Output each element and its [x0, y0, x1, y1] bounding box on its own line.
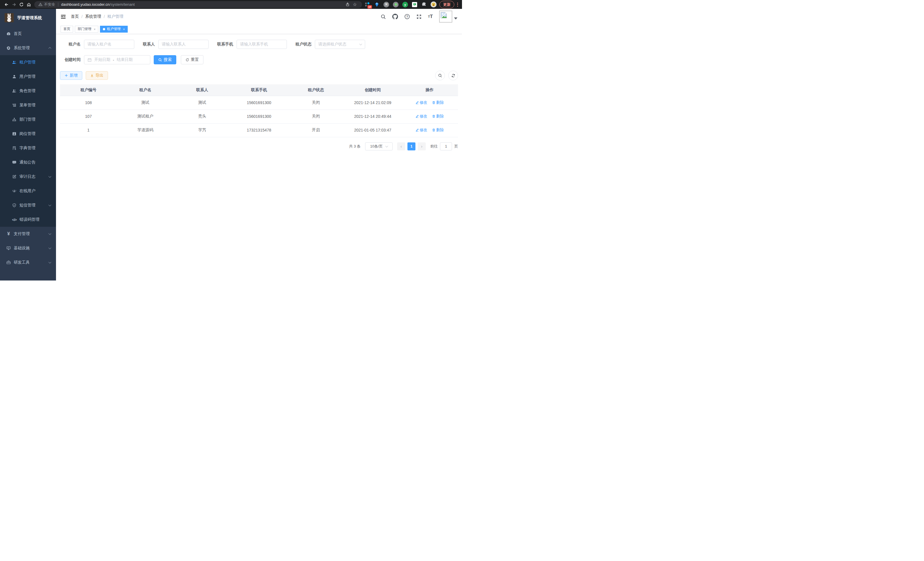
page-suffix: 页: [454, 144, 458, 149]
fullscreen-icon[interactable]: [416, 14, 422, 20]
app-logo-row[interactable]: 芋道管理系统: [0, 9, 56, 27]
tag-tenant-active[interactable]: 租户管理 ×: [100, 26, 128, 33]
delete-link[interactable]: 删除: [432, 100, 444, 105]
browser-menu-icon[interactable]: [456, 3, 459, 7]
breadcrumb-system[interactable]: 系统管理: [85, 14, 101, 19]
extension-chat-icon[interactable]: [411, 2, 418, 8]
extensions-puzzle-icon[interactable]: [421, 2, 427, 8]
browser-reload-button[interactable]: [18, 1, 25, 8]
sidebar-item-system[interactable]: 系统管理: [0, 41, 56, 55]
cell-tenant-name: 芋道源码: [117, 123, 174, 137]
sidebar-item-pay[interactable]: ¥ 支付管理: [0, 227, 56, 241]
edit-link[interactable]: 修改: [416, 114, 428, 119]
avatar-dropdown-caret-icon[interactable]: [454, 17, 458, 20]
extension-y-icon[interactable]: y: [402, 2, 408, 8]
status-select[interactable]: 请选择租户状态: [315, 40, 365, 49]
cell-mobile: 15601691300: [231, 96, 287, 110]
goto-page-input[interactable]: [440, 142, 452, 150]
user-avatar-broken-image[interactable]: [439, 11, 452, 23]
column-header: 联系手机: [231, 84, 287, 96]
sidebar-item-menu[interactable]: 菜单管理: [0, 98, 56, 112]
pagination: 共 3 条 10条/页 ‹ 1 › 前往 页: [60, 142, 458, 150]
help-icon[interactable]: ?: [404, 14, 410, 20]
create-time-range-input[interactable]: 开始日期 - 结束日期: [84, 55, 150, 64]
browser-back-button[interactable]: [3, 1, 10, 8]
tag-dept[interactable]: 部门管理 ×: [75, 26, 98, 33]
close-icon[interactable]: ×: [123, 27, 124, 31]
edit-link[interactable]: 修改: [416, 128, 428, 133]
prev-page-button[interactable]: ‹: [397, 142, 405, 150]
browser-update-button[interactable]: 更新: [440, 1, 454, 8]
calendar-icon: [87, 58, 92, 62]
warning-icon[interactable]: [38, 1, 43, 8]
reset-button[interactable]: 重置: [181, 55, 203, 64]
export-button[interactable]: 导出: [86, 71, 108, 80]
sidebar-item-label: 部门管理: [20, 117, 35, 122]
refresh-table-button[interactable]: [448, 71, 458, 80]
sidebar-item-home[interactable]: 首页: [0, 27, 56, 41]
tenant-name-input[interactable]: 请输入租户名: [84, 40, 134, 49]
search-icon[interactable]: [381, 14, 386, 20]
mobile-input[interactable]: 请输入联系手机: [237, 40, 287, 49]
screen: 不安全 dashboard.yudao.iocoder.cn/system/te…: [0, 0, 462, 281]
cell-created: 2021-12-14 21:02:09: [344, 96, 401, 110]
extension-command-icon[interactable]: ⌘: [383, 2, 389, 8]
sidebar-item-tenant[interactable]: 租户管理: [0, 55, 56, 69]
cell-mobile: 17321315478: [231, 123, 287, 137]
chevron-down-icon: [49, 204, 51, 206]
breadcrumb-home[interactable]: 首页: [71, 14, 79, 19]
browser-home-button[interactable]: [25, 1, 33, 8]
sidebar-item-sms[interactable]: 短信管理: [0, 198, 56, 212]
page-size-select[interactable]: 10条/页: [365, 142, 393, 150]
toggle-search-button[interactable]: [435, 71, 445, 80]
font-size-icon[interactable]: TT: [428, 14, 433, 20]
github-icon[interactable]: [392, 14, 398, 20]
breadcrumb-separator: /: [104, 14, 105, 19]
browser-forward-button[interactable]: [10, 1, 18, 8]
app-title: 芋道管理系统: [17, 15, 42, 21]
next-page-button[interactable]: ›: [418, 142, 426, 150]
search-button[interactable]: 搜索: [154, 55, 176, 64]
column-header: 联系人: [174, 84, 231, 96]
sidebar-item-dept[interactable]: 部门管理: [0, 112, 56, 127]
sidebar-item-user[interactable]: 用户管理: [0, 69, 56, 84]
tag-label: 租户管理: [107, 27, 121, 32]
sidebar-item-audit-log[interactable]: 审计日志: [0, 170, 56, 184]
sidebar-item-label: 菜单管理: [20, 103, 35, 108]
download-icon: [90, 74, 94, 77]
sidebar-item-devtool[interactable]: 研发工具: [0, 255, 56, 270]
extension-dot-icon[interactable]: [393, 2, 399, 8]
tag-home[interactable]: 首页: [61, 26, 73, 33]
page-number-current[interactable]: 1: [407, 142, 416, 150]
address-bar[interactable]: 不安全 dashboard.yudao.iocoder.cn/system/te…: [34, 1, 362, 8]
delete-link[interactable]: 删除: [432, 114, 444, 119]
cell-tenant-id: 107: [60, 110, 117, 123]
extension-devtools-icon[interactable]: 10: [364, 2, 370, 8]
sidebar-fold-icon[interactable]: [61, 14, 66, 19]
sidebar-item-infra[interactable]: 基础设施: [0, 241, 56, 255]
add-button[interactable]: 新增: [60, 71, 82, 80]
sidebar-item-label: 短信管理: [20, 203, 35, 208]
badge-icon: [12, 132, 16, 136]
profile-avatar-icon[interactable]: [430, 2, 436, 8]
close-icon[interactable]: ×: [94, 27, 95, 31]
sidebar-item-error-code[interactable]: </> 错误码管理: [0, 212, 56, 227]
breadcrumb-current: 租户管理: [107, 14, 123, 19]
contact-input[interactable]: 请输入联系人: [158, 40, 208, 49]
sidebar-item-online-user[interactable]: 在线用户: [0, 184, 56, 198]
sidebar-item-role[interactable]: 角色管理: [0, 84, 56, 98]
extension-gem-icon[interactable]: [374, 2, 380, 8]
dictionary-icon: [12, 146, 16, 150]
app-logo: [4, 13, 14, 22]
sidebar-item-dict[interactable]: 字典管理: [0, 141, 56, 155]
gear-icon: [6, 46, 11, 50]
share-icon[interactable]: [344, 1, 351, 8]
delete-link[interactable]: 删除: [432, 128, 444, 133]
sidebar-item-notice[interactable]: 通知公告: [0, 155, 56, 170]
sidebar-item-post[interactable]: 岗位管理: [0, 127, 56, 141]
bookmark-star-icon[interactable]: ☆: [351, 1, 358, 8]
breadcrumb-separator: /: [81, 14, 82, 19]
edit-log-icon: [12, 174, 16, 179]
edit-icon: [416, 101, 419, 104]
edit-link[interactable]: 修改: [416, 100, 428, 105]
